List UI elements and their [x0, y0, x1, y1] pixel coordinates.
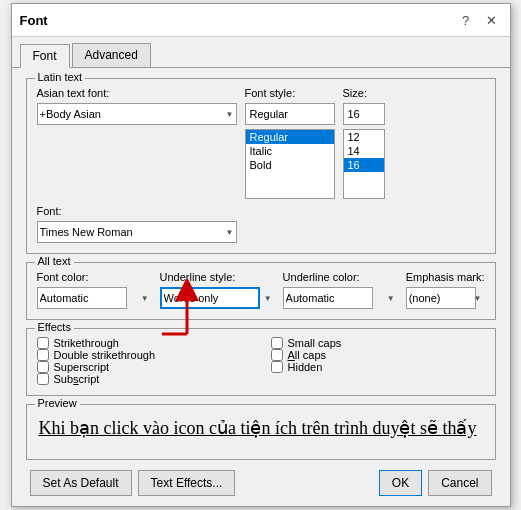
superscript-label: Superscript	[54, 361, 110, 373]
font-select-wrapper: Times New Roman	[37, 221, 237, 243]
all-text-row: Font color: Automatic Underline style: W…	[37, 271, 485, 309]
help-button[interactable]: ?	[456, 10, 476, 30]
effects-grid: Strikethrough Double strikethrough Super…	[37, 337, 485, 385]
dialog-content: Latin text Asian text font: +Body Asian …	[12, 68, 510, 506]
strikethrough-row: Strikethrough	[37, 337, 251, 349]
size-input[interactable]	[343, 103, 385, 125]
all-caps-label: All caps	[288, 349, 327, 361]
size-12[interactable]: 12	[344, 130, 384, 144]
preview-section: Preview Khi bạn click vào icon của tiện …	[26, 404, 496, 460]
ok-button[interactable]: OK	[379, 470, 422, 496]
effects-title: Effects	[35, 321, 74, 333]
latin-text-section: Latin text Asian text font: +Body Asian …	[26, 78, 496, 254]
style-italic[interactable]: Italic	[246, 144, 334, 158]
all-caps-row: All caps	[271, 349, 485, 361]
font-row-1: Asian text font: +Body Asian Font style:…	[37, 87, 485, 199]
size-label: Size:	[343, 87, 385, 99]
font-name-group: Font: Times New Roman	[37, 205, 237, 243]
all-text-section: All text Font color: Automatic Underline…	[26, 262, 496, 320]
text-effects-button[interactable]: Text Effects...	[138, 470, 236, 496]
all-text-title: All text	[35, 255, 74, 267]
style-bold[interactable]: Bold	[246, 158, 334, 172]
style-regular[interactable]: Regular	[246, 130, 334, 144]
size-16[interactable]: 16	[344, 158, 384, 172]
font-style-list[interactable]: Regular Italic Bold	[245, 129, 335, 199]
small-caps-row: Small caps	[271, 337, 485, 349]
tab-font[interactable]: Font	[20, 44, 70, 68]
tab-advanced[interactable]: Advanced	[72, 43, 151, 67]
size-group: Size: 12 14 16	[343, 87, 385, 199]
preview-text: Khi bạn click vào icon của tiện ích trên…	[37, 413, 485, 453]
double-strikethrough-checkbox[interactable]	[37, 349, 49, 361]
underline-color-select[interactable]: Automatic	[283, 287, 373, 309]
underline-style-select[interactable]: Words only	[160, 287, 260, 309]
double-strikethrough-row: Double strikethrough	[37, 349, 251, 361]
hidden-checkbox[interactable]	[271, 361, 283, 373]
underline-style-select-wrapper: Words only	[160, 287, 275, 309]
asian-font-select[interactable]: +Body Asian	[37, 103, 237, 125]
font-color-label: Font color:	[37, 271, 152, 283]
font-select[interactable]: Times New Roman	[37, 221, 237, 243]
buttons-left: Set As Default Text Effects...	[30, 470, 236, 496]
emphasis-select-wrapper: (none)	[406, 287, 485, 309]
preview-title: Preview	[35, 397, 80, 409]
size-14[interactable]: 14	[344, 144, 384, 158]
underline-style-label: Underline style:	[160, 271, 275, 283]
underline-color-select-wrapper: Automatic	[283, 287, 398, 309]
effects-right: Small caps All caps Hidden	[271, 337, 485, 385]
font-style-group: Font style: Regular Italic Bold	[245, 87, 335, 199]
superscript-checkbox[interactable]	[37, 361, 49, 373]
font-color-group: Font color: Automatic	[37, 271, 152, 309]
effects-section: Effects Strikethrough Double strikethrou…	[26, 328, 496, 396]
font-dialog: Font ? ✕ Font Advanced Latin text Asian …	[11, 3, 511, 507]
hidden-label: Hidden	[288, 361, 323, 373]
emphasis-select[interactable]: (none)	[406, 287, 476, 309]
underline-color-label: Underline color:	[283, 271, 398, 283]
underline-color-group: Underline color: Automatic	[283, 271, 398, 309]
effects-left: Strikethrough Double strikethrough Super…	[37, 337, 251, 385]
underline-style-group: Underline style: Words only	[160, 271, 275, 309]
set-default-button[interactable]: Set As Default	[30, 470, 132, 496]
title-bar: Font ? ✕	[12, 4, 510, 37]
all-caps-checkbox[interactable]	[271, 349, 283, 361]
font-color-select[interactable]: Automatic	[37, 287, 127, 309]
asian-font-select-wrapper: +Body Asian	[37, 103, 237, 125]
small-caps-label: Small caps	[288, 337, 342, 349]
dialog-title: Font	[20, 13, 48, 28]
superscript-row: Superscript	[37, 361, 251, 373]
title-bar-buttons: ? ✕	[456, 10, 502, 30]
hidden-row: Hidden	[271, 361, 485, 373]
asian-font-group: Asian text font: +Body Asian	[37, 87, 237, 125]
subscript-row: Subscript	[37, 373, 251, 385]
strikethrough-checkbox[interactable]	[37, 337, 49, 349]
font-row-2: Font: Times New Roman	[37, 205, 485, 243]
font-color-select-wrapper: Automatic	[37, 287, 152, 309]
close-button[interactable]: ✕	[482, 10, 502, 30]
subscript-label: Subscript	[54, 373, 100, 385]
emphasis-group: Emphasis mark: (none)	[406, 271, 485, 309]
asian-font-label: Asian text font:	[37, 87, 237, 99]
font-style-input[interactable]	[245, 103, 335, 125]
double-strikethrough-label: Double strikethrough	[54, 349, 156, 361]
size-list[interactable]: 12 14 16	[343, 129, 385, 199]
font-label: Font:	[37, 205, 237, 217]
small-caps-checkbox[interactable]	[271, 337, 283, 349]
strikethrough-label: Strikethrough	[54, 337, 119, 349]
button-row: Set As Default Text Effects... OK Cancel	[26, 470, 496, 496]
cancel-button[interactable]: Cancel	[428, 470, 491, 496]
tab-bar: Font Advanced	[12, 37, 510, 68]
buttons-right: OK Cancel	[379, 470, 492, 496]
latin-text-title: Latin text	[35, 71, 86, 83]
emphasis-label: Emphasis mark:	[406, 271, 485, 283]
subscript-checkbox[interactable]	[37, 373, 49, 385]
font-style-label: Font style:	[245, 87, 335, 99]
